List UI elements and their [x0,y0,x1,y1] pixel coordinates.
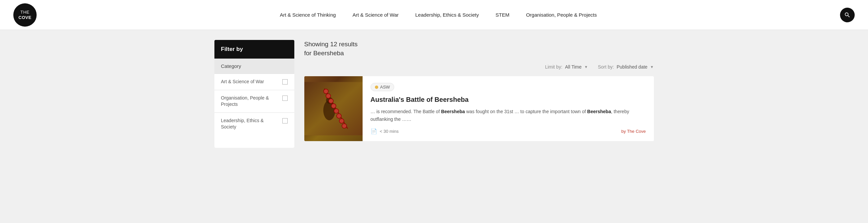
sort-dropdown-arrow: ▼ [650,65,654,69]
site-logo[interactable]: THE COVE [13,3,37,27]
nav-art-science-war[interactable]: Art & Science of War [352,12,399,18]
sort-label: Sort by: [598,64,614,70]
nav-art-science-thinking[interactable]: Art & Science of Thinking [280,12,336,18]
result-tag: ASW [371,83,395,91]
limit-dropdown-arrow: ▼ [584,65,588,69]
thumbnail-artwork [304,76,363,141]
sort-value: Published date [617,64,648,70]
thumbnail-image [304,76,363,141]
result-excerpt: … is recommended. The Battle of Beersheb… [371,108,646,123]
result-duration: < 30 mins [380,129,399,134]
filter-item-opp[interactable]: Organisation, People & Projects [214,90,294,113]
results-header: Showing 12 results for Beersheba [304,40,654,58]
filter-checkbox-les[interactable] [282,118,288,124]
svg-point-5 [323,89,328,94]
tag-dot [375,86,378,89]
results-controls: Limit by: All Time ▼ Sort by: Published … [304,64,654,70]
result-meta: 📄 < 30 mins [371,128,399,134]
result-footer: 📄 < 30 mins by The Cove [371,128,646,134]
limit-value: All Time [565,64,582,70]
result-title[interactable]: Australia's Battle of Beersheba [371,95,646,104]
results-area: Showing 12 results for Beersheba Limit b… [304,40,654,148]
svg-point-12 [342,124,347,128]
result-body: ASW Australia's Battle of Beersheba … is… [363,76,654,141]
nav-organisation-people[interactable]: Organisation, People & Projects [526,12,597,18]
search-button[interactable] [840,8,855,22]
sort-by-control[interactable]: Sort by: Published date ▼ [598,64,654,70]
filter-category-label: Category [214,59,294,73]
filter-item-asw[interactable]: Art & Science of War [214,73,294,90]
result-author[interactable]: by The Cove [621,129,646,134]
filter-sidebar: Filter by Category Art & Science of War … [214,40,294,148]
search-icon [844,12,851,18]
svg-point-8 [331,104,336,108]
limit-by-control[interactable]: Limit by: All Time ▼ [545,64,588,70]
filter-checkbox-opp[interactable] [282,96,288,101]
nav-leadership-ethics[interactable]: Leadership, Ethics & Society [415,12,479,18]
svg-point-9 [334,109,339,114]
main-nav: Art & Science of Thinking Art & Science … [50,12,827,18]
limit-label: Limit by: [545,64,562,70]
result-card[interactable]: ASW Australia's Battle of Beersheba … is… [304,76,654,141]
results-count: Showing 12 results for Beersheba [304,40,654,58]
site-header: THE COVE Art & Science of Thinking Art &… [0,0,868,30]
svg-point-10 [337,114,341,119]
result-thumbnail [304,76,363,141]
nav-stem[interactable]: STEM [495,12,509,18]
svg-point-6 [326,94,331,98]
main-content: Filter by Category Art & Science of War … [201,30,667,158]
document-icon: 📄 [371,128,377,134]
svg-point-7 [329,99,333,103]
filter-checkbox-asw[interactable] [282,79,288,85]
tag-label: ASW [380,85,390,90]
svg-point-11 [339,119,344,124]
filter-item-les[interactable]: Leadership, Ethics & Society [214,113,294,135]
filter-header: Filter by [214,40,294,59]
